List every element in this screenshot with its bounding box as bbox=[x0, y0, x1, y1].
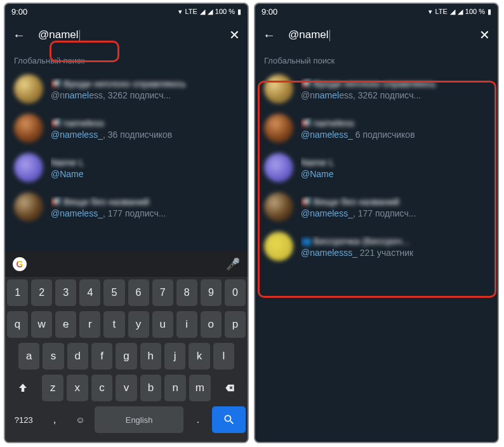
avatar bbox=[14, 74, 43, 103]
mic-icon[interactable]: 🎤 bbox=[226, 257, 240, 271]
key-y[interactable]: y bbox=[128, 311, 149, 338]
result-title: Name L bbox=[51, 157, 239, 168]
key-7[interactable]: 7 bbox=[152, 279, 173, 306]
result-item[interactable]: 📢Вещи без названий @nameless_, 177 подпи… bbox=[5, 187, 248, 227]
key-e[interactable]: e bbox=[55, 311, 76, 338]
kb-row-2: asdfghjkl bbox=[7, 343, 246, 370]
search-input[interactable]: @namel bbox=[288, 29, 467, 41]
google-icon[interactable]: G bbox=[13, 257, 27, 271]
search-key[interactable] bbox=[212, 406, 246, 433]
comma-key[interactable]: , bbox=[44, 406, 66, 433]
key-n[interactable]: n bbox=[164, 375, 186, 401]
result-title: 👥Бессрочка (Бессроч... bbox=[301, 236, 489, 246]
key-v[interactable]: v bbox=[116, 375, 137, 401]
keyboard: G 🎤 1234567890 qwertyuiop asdfghjkl zxcv… bbox=[5, 251, 248, 442]
result-text: 📢nameless @nameless_ 6 подписчиков bbox=[301, 117, 489, 140]
key-s[interactable]: s bbox=[43, 343, 63, 370]
result-title: Name L bbox=[301, 157, 489, 168]
results-list-right: 📢Вроди неплохо справляюсь @nnameless, 32… bbox=[255, 69, 498, 266]
key-k[interactable]: k bbox=[189, 343, 209, 370]
key-q[interactable]: q bbox=[7, 311, 28, 338]
result-item[interactable]: Name L @Name bbox=[255, 148, 498, 187]
key-l[interactable]: l bbox=[213, 343, 234, 370]
result-item[interactable]: 📢nameless @nameless_, 36 подписчиков bbox=[5, 109, 248, 148]
key-3[interactable]: 3 bbox=[55, 279, 76, 306]
search-input[interactable]: @namel bbox=[38, 29, 216, 41]
result-text: 📢Вроди неплохо справляюсь @nnameless, 32… bbox=[301, 78, 489, 100]
key-6[interactable]: 6 bbox=[128, 279, 149, 306]
result-subtitle: @nameless_, 177 подписч... bbox=[51, 208, 239, 218]
key-g[interactable]: g bbox=[116, 343, 136, 370]
keyboard-rows: 1234567890 qwertyuiop asdfghjkl zxcvbnm … bbox=[5, 277, 248, 442]
wifi-icon: ▾ bbox=[178, 8, 182, 16]
result-text: Name L @Name bbox=[301, 157, 489, 179]
back-button[interactable]: ← bbox=[263, 28, 275, 43]
result-title: 📢Вещи без названий bbox=[301, 196, 489, 207]
result-item[interactable]: 👥Бессрочка (Бессроч... @namelesss_ 221 у… bbox=[255, 227, 498, 266]
avatar bbox=[264, 192, 293, 222]
key-a[interactable]: a bbox=[18, 343, 39, 370]
key-c[interactable]: c bbox=[91, 375, 113, 401]
result-title: 📢Вроди неплохо справляюсь bbox=[51, 78, 239, 89]
symbols-key[interactable]: ?123 bbox=[7, 406, 41, 433]
backspace-key[interactable] bbox=[214, 375, 246, 401]
key-5[interactable]: 5 bbox=[103, 279, 124, 306]
result-title: 📢nameless bbox=[51, 117, 239, 128]
key-2[interactable]: 2 bbox=[31, 279, 52, 306]
avatar bbox=[264, 232, 293, 261]
result-title: 📢Вроди неплохо справляюсь bbox=[301, 78, 489, 89]
key-t[interactable]: t bbox=[103, 311, 124, 338]
result-item[interactable]: Name L @Name bbox=[5, 148, 248, 187]
status-icons: ▾ LTE ◢ ◢ 100 % ▮ bbox=[178, 8, 241, 16]
megaphone-icon: 📢 bbox=[301, 79, 311, 88]
emoji-key[interactable]: ☺ bbox=[69, 406, 91, 433]
clear-button[interactable]: ✕ bbox=[479, 27, 490, 43]
key-9[interactable]: 9 bbox=[201, 279, 222, 306]
result-item[interactable]: 📢Вроди неплохо справляюсь @nnameless, 32… bbox=[255, 69, 498, 109]
result-title: 📢Вещи без названий bbox=[51, 196, 239, 207]
key-1[interactable]: 1 bbox=[7, 279, 28, 306]
key-4[interactable]: 4 bbox=[79, 279, 100, 306]
key-u[interactable]: u bbox=[152, 311, 173, 338]
clear-button[interactable]: ✕ bbox=[229, 27, 240, 43]
result-item[interactable]: 📢Вещи без названий @nameless_, 177 подпи… bbox=[255, 187, 498, 227]
space-key[interactable]: English bbox=[95, 406, 183, 433]
key-o[interactable]: o bbox=[201, 311, 222, 338]
signal-icon: ◢ bbox=[208, 8, 213, 16]
megaphone-icon: 📢 bbox=[301, 197, 311, 206]
key-h[interactable]: h bbox=[140, 343, 161, 370]
key-8[interactable]: 8 bbox=[176, 279, 197, 306]
key-m[interactable]: m bbox=[189, 375, 211, 401]
result-title: 📢nameless bbox=[301, 117, 489, 128]
key-p[interactable]: p bbox=[225, 311, 246, 338]
battery-icon: ▮ bbox=[487, 8, 491, 16]
key-0[interactable]: 0 bbox=[225, 279, 246, 306]
search-bar: ← @namel ✕ bbox=[255, 19, 498, 51]
results-list-left: 📢Вроди неплохо справляюсь @nnameless, 32… bbox=[5, 69, 248, 227]
key-x[interactable]: x bbox=[67, 375, 88, 401]
result-item[interactable]: 📢nameless @nameless_ 6 подписчиков bbox=[255, 109, 498, 148]
key-i[interactable]: i bbox=[176, 311, 197, 338]
group-icon: 👥 bbox=[301, 236, 311, 246]
shift-key[interactable] bbox=[7, 375, 39, 401]
result-subtitle: @Name bbox=[51, 169, 239, 179]
result-subtitle: @nnameless, 3262 подписч... bbox=[301, 90, 489, 100]
key-r[interactable]: r bbox=[79, 311, 100, 338]
keyboard-suggestion-bar: G 🎤 bbox=[5, 251, 248, 277]
result-text: 📢Вроди неплохо справляюсь @nnameless, 32… bbox=[51, 78, 239, 100]
megaphone-icon: 📢 bbox=[51, 79, 61, 88]
avatar bbox=[264, 153, 293, 182]
result-text: 📢Вещи без названий @nameless_, 177 подпи… bbox=[51, 196, 239, 218]
key-j[interactable]: j bbox=[164, 343, 185, 370]
back-button[interactable]: ← bbox=[13, 28, 25, 43]
key-b[interactable]: b bbox=[140, 375, 162, 401]
result-item[interactable]: 📢Вроди неплохо справляюсь @nnameless, 32… bbox=[5, 69, 248, 109]
key-d[interactable]: d bbox=[67, 343, 88, 370]
key-w[interactable]: w bbox=[31, 311, 52, 338]
avatar bbox=[264, 114, 293, 143]
status-time: 9:00 bbox=[262, 7, 277, 17]
key-f[interactable]: f bbox=[91, 343, 112, 370]
key-z[interactable]: z bbox=[42, 375, 63, 401]
period-key[interactable]: . bbox=[187, 406, 209, 433]
phone-left: 9:00 ▾ LTE ◢ ◢ 100 % ▮ ← @namel ✕ Глобал… bbox=[4, 3, 249, 443]
